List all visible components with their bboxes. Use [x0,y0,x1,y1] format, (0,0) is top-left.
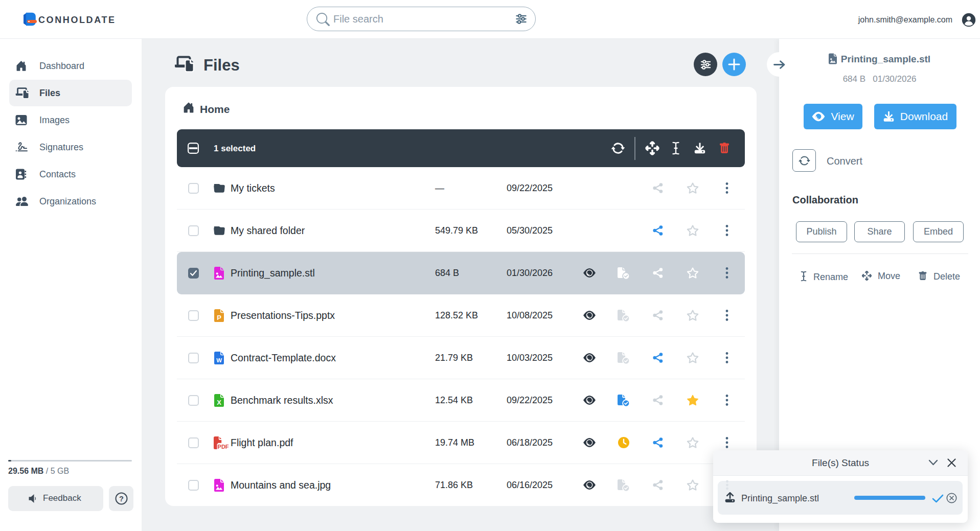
svg-text:PDF: PDF [218,444,229,450]
svg-text:W: W [216,357,222,363]
svg-text:P: P [217,314,221,321]
svg-text:X: X [217,399,221,406]
svg-text:?: ? [119,495,124,503]
